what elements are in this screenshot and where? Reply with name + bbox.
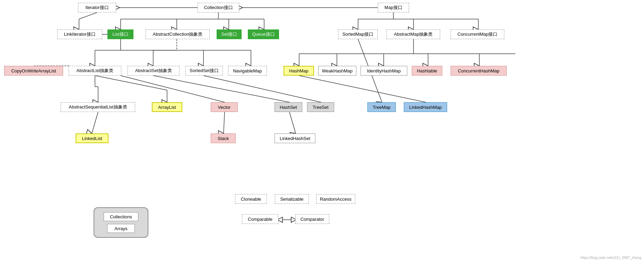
- abstractlist-node: AbstractList抽象类: [69, 66, 121, 76]
- stack-node: Stack: [211, 133, 236, 143]
- diagram-container: Iterator接口 Collection接口 Map接口 LinkIterat…: [0, 0, 644, 261]
- arraylist-node: ArrayList: [152, 102, 182, 112]
- iterator-node: Iterator接口: [78, 3, 116, 12]
- legend-arrays: Arrays: [107, 224, 135, 233]
- treeset-node: TreeSet: [307, 102, 334, 112]
- collection-node: Collection接口: [198, 3, 239, 12]
- svg-line-44: [153, 76, 289, 102]
- vector-node: Vector: [211, 102, 238, 112]
- identityhashmap-node: IdentityHashMap: [360, 66, 407, 76]
- hashmap-node: HashMap: [284, 66, 314, 76]
- sortedset-node: SortedSet接口: [185, 66, 223, 76]
- linkedhashmap-node: LinkedHashMap: [404, 102, 447, 112]
- hashset-node: HashSet: [275, 102, 302, 112]
- set-node: Set接口: [217, 29, 242, 39]
- abstractmap-node: AbstractMap抽象类: [386, 29, 440, 39]
- concurrentmap-node: ConcurrentMap接口: [451, 29, 504, 39]
- abstractsequential-node: AbstractSequentialList抽象类: [61, 102, 135, 112]
- concurrenthashmap-node: ConcurrentHashMap: [451, 66, 507, 76]
- list-node: List接口: [107, 29, 133, 39]
- queue-node: Queue接口: [248, 29, 279, 39]
- abstractset-node: AbstractSet抽象类: [128, 66, 180, 76]
- sortedmap-node: SortedMap接口: [338, 29, 378, 39]
- copyonwrite-node: CopyOnWriteArrayList: [4, 66, 63, 76]
- map-node: Map接口: [378, 3, 409, 12]
- treemap-node: TreeMap: [367, 102, 396, 112]
- svg-line-46: [92, 112, 98, 133]
- comparable-node: Comparable: [242, 214, 278, 224]
- svg-line-48: [289, 112, 296, 133]
- randomaccess-node: RandomAccess: [316, 194, 355, 204]
- navigablemap-node: NavigableMap: [228, 66, 267, 76]
- legend-box: Collections Arrays: [94, 207, 148, 238]
- serializable-node: Serializable: [275, 194, 309, 204]
- comparator-node: Comparator: [295, 214, 329, 224]
- svg-line-45: [203, 76, 321, 102]
- svg-line-50: [299, 76, 426, 102]
- legend-collections: Collections: [104, 212, 138, 221]
- hashtable-node: Hashtable: [412, 66, 442, 76]
- linkedhashset-node: LinkedHashSet: [275, 133, 315, 143]
- abstractcollection-node: AbstractCollection抽象类: [146, 29, 210, 39]
- linkedlist-node: LinkedList: [76, 133, 108, 143]
- svg-line-43: [121, 76, 225, 102]
- svg-line-14: [79, 12, 97, 19]
- cloneable-node: Cloneable: [235, 194, 267, 204]
- watermark: https://blog.csdn.net/u011_0987_zhang: [581, 256, 641, 260]
- weakhashmap-node: WeakHashMap: [318, 66, 356, 76]
- linkiterator-node: LinkIterator接口: [57, 29, 102, 39]
- svg-line-41: [95, 76, 167, 90]
- svg-line-47: [224, 112, 225, 133]
